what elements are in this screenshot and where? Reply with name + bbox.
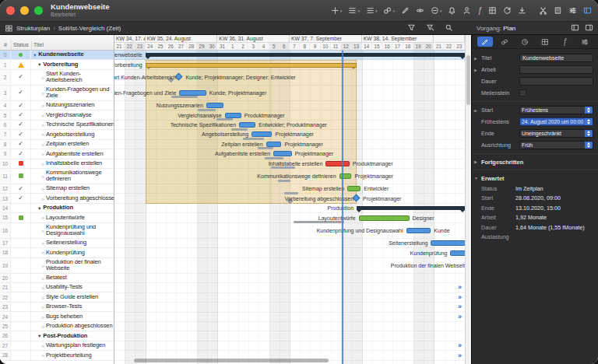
vertical-scrollbar[interactable] [465,35,471,364]
gantt-row[interactable]: » [114,283,465,292]
table-row[interactable]: 26▼Post-Produktion [0,331,114,341]
title-cell[interactable]: ▹Usability-Tests [31,283,114,292]
task-bar[interactable] [347,186,361,191]
table-row[interactable]: 11▹Kommunikationswege definieren [0,169,114,184]
sync-icon[interactable] [503,6,512,15]
grouping-menu-icon[interactable]: ▾ [366,6,378,15]
horizontal-scrollbar[interactable] [2,359,467,363]
inspector-tab-function[interactable]: ƒ [557,37,572,47]
title-cell[interactable]: ▹Sitemap erstellen [31,184,114,193]
title-cell[interactable]: ▹Produktion abgeschlossen [31,322,114,331]
table-row[interactable]: 3✓▹Kunden-Fragebogen und Ziele [0,86,114,101]
title-cell[interactable]: ▹Layoutentwürfe [31,213,114,222]
gantt-row[interactable]: » [114,313,465,322]
gantt-row[interactable]: Kommunikationswege definierenProjektmana… [114,169,465,184]
visibility-icon[interactable] [416,6,424,15]
task-bar[interactable] [273,151,292,156]
title-cell[interactable]: ▹Angebotserstellung [31,130,114,138]
task-bar[interactable] [450,250,465,256]
title-cell[interactable]: ▹Technische Spezifikationen [31,121,114,129]
table-row[interactable]: 14▼Produktion [0,204,114,213]
title-cell[interactable]: ▹Betatest [31,274,114,282]
title-cell[interactable]: ▹Produktion der finalen Webseite [31,258,114,273]
panel-left-toggle-icon[interactable] [571,23,579,32]
task-bar[interactable] [406,228,431,233]
dauer-input[interactable] [519,77,593,86]
title-cell[interactable]: ▹Kundenprüfung und Designauswahl [31,223,114,238]
keyboard-grid-icon[interactable] [488,6,497,15]
group-summary-bar[interactable] [146,63,357,68]
title-cell[interactable]: ▹Seitenerstellung [31,239,114,247]
disclosure-triangle-icon[interactable]: ▼ [33,53,37,58]
section-header[interactable]: ▶Fortgeschritten [472,156,598,167]
table-row[interactable]: 21▹Usability-Tests [0,283,114,292]
table-row[interactable]: 16▹Kundenprüfung und Designauswahl [0,223,114,239]
title-cell[interactable]: ▹Style Guide erstellen [31,292,114,301]
table-row[interactable]: 8✓▹Zeitplan erstellen [0,140,114,149]
gantt-row[interactable]: Kundenprüfung und DesignauswahlKunde [114,223,465,239]
table-row[interactable]: 13✓▹Vorbereitung abgeschlossen [0,194,114,203]
view-mode-icon[interactable] [5,24,13,33]
offscreen-bar-indicator[interactable]: » [458,313,462,320]
gantt-row[interactable]: Kundenprüfung [114,248,465,257]
task-bar[interactable] [206,103,224,108]
table-row[interactable]: 4✓▹Nutzungsszenarien [0,101,114,110]
filter-edit-icon[interactable] [426,23,434,32]
field-disclosure-icon[interactable]: ▶ [474,108,479,113]
annotate-icon[interactable] [401,6,410,15]
gantt-row[interactable]: Aufgabenliste erstellenProjektmanager [114,149,465,159]
table-row[interactable]: 5✓▹Vergleichsanalyse [0,110,114,120]
title-cell[interactable]: ▹Vergleichsanalyse [31,110,114,119]
table-row[interactable]: 19▹Produktion der finalen Webseite [0,258,114,274]
gantt-body[interactable]: KundenwebseiteVorbereitungStart Kunden-A… [114,51,465,364]
milestone-diamond[interactable] [175,73,183,81]
inspector-tab-schedule[interactable] [517,37,533,47]
section-header[interactable]: ▼Erwartet [472,173,598,184]
offscreen-bar-indicator[interactable]: » [458,284,462,291]
table-row[interactable]: 12✓▹Sitemap erstellen [0,184,114,194]
gantt-row[interactable]: AngebotserstellungProjektmanager [114,130,465,139]
column-header-number[interactable]: # [0,40,11,50]
vertical-scrollbar-handle[interactable] [466,55,470,105]
filter-icon[interactable] [407,23,416,32]
table-row[interactable]: 7✓▹Angebotserstellung [0,130,114,139]
title-cell[interactable]: ▹Kunden-Fragebogen und Ziele [31,86,114,100]
gantt-row[interactable]: Sitemap erstellenEntwickler [114,184,465,194]
table-row[interactable]: 6✓▹Technische Spezifikationen [0,121,114,130]
group-summary-bar[interactable] [357,206,465,210]
inspector-tab-info[interactable] [477,37,493,47]
inspector-tab-style[interactable] [577,37,593,47]
breadcrumb-item[interactable]: Strukturplan [16,25,50,32]
task-bar[interactable] [225,113,241,118]
task-bar[interactable] [252,131,272,137]
table-row[interactable]: 9✓▹Aufgabenliste erstellen [0,149,114,159]
resources-icon[interactable] [463,6,471,15]
section-disclosure-icon[interactable]: ▼ [474,176,479,180]
task-bar[interactable] [179,90,206,96]
ende-popup[interactable]: Uneingeschränkt [519,129,593,138]
table-row[interactable]: 17▹Seitenerstellung [0,239,114,248]
offscreen-bar-indicator[interactable]: » [458,303,462,310]
gantt-row[interactable]: Nutzungsszenarien [114,101,465,110]
hide-task-icon[interactable]: ▾ [431,6,442,15]
title-cell[interactable]: ▹Start Kunden-Arbeitsbereich [31,70,114,85]
task-bar[interactable] [239,122,255,128]
titel-input[interactable]: Kundenwebseite [519,54,593,62]
gantt-row[interactable]: » [114,341,465,351]
table-row[interactable]: 15▹Layoutentwürfe [0,213,114,222]
gantt-row[interactable]: Start Kunden-ArbeitsbereichKunde; Projek… [114,70,465,86]
gantt-row[interactable]: Inhaltstabelle erstellenProduktmanager [114,159,465,169]
section-disclosure-icon[interactable]: ▶ [474,159,479,164]
gantt-row[interactable]: Produktion der finalen Webseite [114,258,465,274]
disclosure-triangle-icon[interactable]: ▼ [37,334,41,338]
title-cell[interactable]: ▹Inhaltstabelle erstellen [31,159,114,168]
table-row[interactable]: 24▹Bugs beheben [0,312,114,321]
table-row[interactable]: 25▹Produktion abgeschlossen [0,322,114,331]
gantt-row[interactable]: Seitenerstellung [114,239,465,248]
horizontal-scrollbar-handle[interactable] [134,359,329,362]
group-summary-bar[interactable] [146,53,465,57]
gantt-row[interactable]: » [114,303,465,312]
title-cell[interactable]: ▼Vorbereitung [31,60,114,68]
frühestens-popup[interactable]: 24. August 2020 um 00:00 [519,117,593,126]
gantt-row[interactable] [114,322,465,331]
